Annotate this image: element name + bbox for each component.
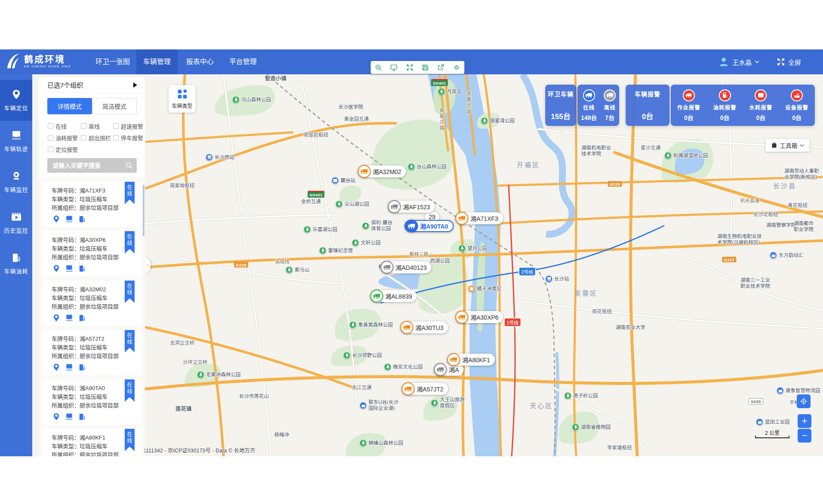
- nav-tab-1[interactable]: 环卫一张图: [91, 49, 134, 74]
- checkbox[interactable]: [113, 135, 119, 141]
- vehicle-marker[interactable]: 湘A71XF3: [456, 212, 503, 224]
- truck-icon: [381, 261, 393, 274]
- vehicle-marker[interactable]: 湘A30XP6: [456, 311, 503, 323]
- search-input[interactable]: [52, 158, 121, 173]
- vehicle-org: 所属组织：厨余垃圾项目部: [52, 352, 141, 360]
- vehicle-card[interactable]: 车牌号码：湘A32M02车辆类型：垃圾压缩车所属组织：厨余垃圾项目部在线: [42, 281, 141, 326]
- checkbox[interactable]: [48, 135, 53, 141]
- stat-total-label: 环卫车辆: [548, 89, 574, 98]
- vehicle-card[interactable]: 车牌号码：湘A57JT2车辆类型：垃圾压缩车所属组织：厨余垃圾项目部在线: [42, 330, 141, 375]
- checkbox[interactable]: [81, 135, 86, 141]
- fuel-vehicle-icon[interactable]: [78, 413, 86, 422]
- zoom-out-button[interactable]: −: [798, 429, 811, 443]
- vehicle-marker[interactable]: 湘AF1523: [388, 201, 435, 213]
- vehicle-marker-plate: 湘A30TU3: [415, 323, 443, 332]
- fuel-vehicle-icon[interactable]: [78, 265, 86, 274]
- vehicle-card[interactable]: 车牌号码：湘A80KF1车辆类型：垃圾压缩车所属组织：厨余垃圾项目部在线: [42, 429, 141, 456]
- app-logo: 鹤成环境 HE CHENG HUAN JING: [6, 52, 71, 70]
- user-menu[interactable]: 王水晶: [718, 49, 759, 74]
- vehicle-marker[interactable]: 湘A32M02: [358, 165, 406, 177]
- sidebar-item-5[interactable]: 车辆油耗: [0, 243, 32, 284]
- fullscreen-button[interactable]: 全屏: [777, 49, 801, 74]
- fuel-vehicle-icon[interactable]: [78, 363, 86, 373]
- filter-超出围栏[interactable]: 超出围栏: [81, 134, 111, 142]
- list-scrollbar[interactable]: [143, 185, 144, 236]
- checkbox[interactable]: [48, 123, 53, 129]
- gear-icon[interactable]: [453, 64, 461, 71]
- locate-vehicle-icon[interactable]: [52, 314, 60, 324]
- tab-mode-1[interactable]: 详情模式: [47, 98, 92, 114]
- offline-label: 离线: [604, 103, 616, 111]
- vehicle-card[interactable]: 车牌号码：湘A90TA0车辆类型：垃圾压缩车所属组织：厨余垃圾项目部在线: [42, 379, 141, 425]
- track-vehicle-icon[interactable]: [65, 413, 73, 422]
- expand-arrow-icon[interactable]: [133, 82, 137, 88]
- locate-vehicle-icon[interactable]: [52, 265, 60, 274]
- map-canvas[interactable]: 智造小镇乌山森林公园长沙医学院黄金园互通月亮岛银星湾公园观音岩枢纽长沙西站谷山森…: [32, 74, 823, 456]
- filter-超速报警[interactable]: 超速报警: [113, 122, 143, 130]
- track-vehicle-icon[interactable]: [65, 265, 73, 274]
- vehicle-actions: [52, 314, 141, 324]
- filter-停车报警[interactable]: 停车报警: [113, 134, 143, 142]
- filter-在线[interactable]: 在线: [48, 122, 67, 130]
- sidebar-item-label: 车辆油耗: [4, 267, 28, 275]
- vehicle-marker[interactable]: 湘A57JT2: [402, 383, 448, 395]
- sidebar-item-2[interactable]: 车辆轨迹: [0, 121, 32, 162]
- vehicle-actions: [52, 363, 141, 373]
- fuel-vehicle-icon[interactable]: [78, 215, 86, 225]
- sidebar-item-1[interactable]: 车辆定位: [0, 80, 32, 121]
- vehicle-marker[interactable]: 湘AL8839: [371, 290, 417, 302]
- filter-定位报警[interactable]: 定位报警: [48, 145, 78, 153]
- checkbox[interactable]: [48, 147, 53, 152]
- locate-button[interactable]: [797, 394, 811, 408]
- nav-tab-3[interactable]: 报表中心: [178, 49, 221, 74]
- filter-离线[interactable]: 离线: [81, 122, 100, 130]
- truck-icon: [370, 290, 383, 302]
- vehicle-marker[interactable]: 湘A90TA0: [405, 220, 454, 232]
- truck-icon: [455, 212, 468, 225]
- chevron-down-icon: [755, 60, 759, 64]
- fullscreen-icon: [777, 58, 785, 66]
- filter-油耗报警[interactable]: 油耗报警: [48, 134, 78, 142]
- nav-tab-2[interactable]: 车辆管理: [136, 49, 178, 74]
- checkbox[interactable]: [113, 123, 119, 129]
- export-icon[interactable]: [437, 64, 445, 71]
- fuel-vehicle-icon[interactable]: [78, 314, 86, 324]
- track-vehicle-icon[interactable]: [65, 314, 73, 324]
- truck-icon: [434, 363, 447, 376]
- track-vehicle-icon[interactable]: [65, 363, 73, 373]
- nav-tab-4[interactable]: 平台管理: [221, 49, 264, 74]
- vehicle-card[interactable]: 车牌号码：湘A71XF3车辆类型：垃圾压缩车所属组织：厨余垃圾项目部在线: [42, 182, 141, 227]
- save-icon[interactable]: [421, 64, 429, 71]
- monitor-icon[interactable]: [390, 64, 398, 71]
- vehicle-type-button[interactable]: 车辆类型: [169, 85, 196, 113]
- zoom-in-button[interactable]: +: [798, 414, 811, 428]
- alarm-total-label: 车辆报警: [635, 89, 660, 98]
- expand-icon[interactable]: [406, 64, 414, 71]
- vehicle-marker-plate: 湘A: [449, 365, 459, 374]
- alarm-item: 水耗报警0台: [749, 89, 772, 122]
- locate-vehicle-icon[interactable]: [52, 413, 60, 422]
- vehicle-actions: [52, 413, 141, 422]
- zoom-search-icon[interactable]: [375, 64, 382, 71]
- sidebar-item-3[interactable]: 车辆监控: [0, 162, 32, 202]
- checkbox[interactable]: [81, 123, 86, 129]
- org-header[interactable]: 已选7个组织: [39, 77, 145, 93]
- sidebar-item-4[interactable]: 历史监控: [0, 202, 32, 243]
- tab-mode-2[interactable]: 简洁模式: [92, 98, 137, 114]
- vehicle-marker[interactable]: 湘A80KF1: [448, 354, 495, 366]
- vehicle-card[interactable]: 车牌号码：湘A30XP6车辆类型：垃圾压缩车所属组织：厨余垃圾项目部在线: [42, 231, 141, 276]
- vehicle-marker[interactable]: 湘AD40123: [381, 261, 431, 273]
- user-name: 王水晶: [732, 58, 752, 67]
- vehicle-org: 所属组织：厨余垃圾项目部: [52, 451, 141, 456]
- toolbox-button[interactable]: 工具箱: [765, 139, 810, 152]
- locate-vehicle-icon[interactable]: [52, 215, 60, 225]
- search-icon[interactable]: [125, 162, 133, 169]
- stat-total-panel: 环卫车辆 155台: [545, 85, 576, 126]
- stat-online-panel: 在线 148台 离线 7台: [577, 85, 619, 126]
- vehicle-marker[interactable]: 湘A30TU3: [401, 321, 448, 333]
- alarm-value: 0台: [684, 113, 694, 122]
- vehicle-marker-plate: 湘A71XF3: [470, 214, 498, 223]
- locate-vehicle-icon[interactable]: [52, 363, 60, 373]
- track-vehicle-icon[interactable]: [65, 215, 73, 225]
- truck-icon: [388, 200, 401, 213]
